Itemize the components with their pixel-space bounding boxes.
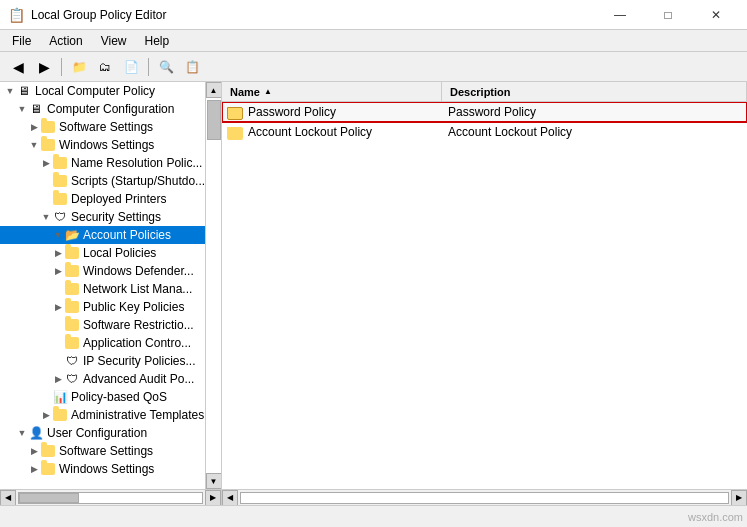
tree-label-root: Local Computer Policy — [35, 84, 155, 98]
tree-label-dp: Deployed Printers — [71, 192, 166, 206]
tree-hscroll-right[interactable]: ▶ — [205, 490, 221, 506]
forward-button[interactable]: ▶ — [32, 56, 56, 78]
app-icon: 📋 — [8, 7, 25, 23]
tree-hscroll-left[interactable]: ◀ — [0, 490, 16, 506]
tree-item-policy-qos[interactable]: 📊 Policy-based QoS — [0, 388, 205, 406]
menu-help[interactable]: Help — [137, 32, 178, 50]
col-name-label: Name — [230, 86, 260, 98]
shield-icon-aa: 🛡 — [64, 372, 80, 386]
folder-icon-lp — [64, 246, 80, 260]
right-hscroll-left[interactable]: ◀ — [222, 490, 238, 506]
expand-arrow-secsett: ▼ — [40, 212, 52, 222]
pc-icon: 🖥 — [16, 84, 32, 98]
tree-item-ip-security[interactable]: 🛡 IP Security Policies... — [0, 352, 205, 370]
close-button[interactable]: ✕ — [693, 5, 739, 25]
tree-item-name-resolution[interactable]: ▶ Name Resolution Polic... — [0, 154, 205, 172]
tree-label-ips: IP Security Policies... — [83, 354, 196, 368]
tree-scroll-track — [206, 98, 221, 473]
tree-item-local-policies[interactable]: ▶ Local Policies — [0, 244, 205, 262]
folder-icon-nr — [52, 156, 68, 170]
tree-item-app-control[interactable]: Application Contro... — [0, 334, 205, 352]
folder-icon-alp — [226, 126, 244, 139]
tree-item-security-settings[interactable]: ▼ 🛡 Security Settings — [0, 208, 205, 226]
tree-item-computer-config[interactable]: ▼ 🖥 Computer Configuration — [0, 100, 205, 118]
tree-scroll-down[interactable]: ▼ — [206, 473, 222, 489]
expand-arrow-nl — [52, 284, 64, 294]
tree-item-network-list[interactable]: Network List Mana... — [0, 280, 205, 298]
right-hscrollbar: ◀ ▶ — [222, 489, 747, 505]
folder-icon-pp — [226, 106, 244, 119]
list-row-password-policy[interactable]: Password Policy Password Policy — [222, 102, 747, 122]
col-header-desc[interactable]: Description — [442, 82, 747, 101]
expand-arrow-lp: ▶ — [52, 248, 64, 258]
find-button[interactable]: 🔍 — [154, 56, 178, 78]
row-name-alp: Account Lockout Policy — [248, 125, 448, 139]
minimize-button[interactable]: — — [597, 5, 643, 25]
shield-icon-ips: 🛡 — [64, 354, 80, 368]
view-button[interactable]: 📋 — [180, 56, 204, 78]
tree-scroll-up[interactable]: ▲ — [206, 82, 222, 98]
tree-item-scripts[interactable]: Scripts (Startup/Shutdo... — [0, 172, 205, 190]
list-row-account-lockout[interactable]: Account Lockout Policy Account Lockout P… — [222, 122, 747, 142]
tree-item-user-config[interactable]: ▼ 👤 User Configuration — [0, 424, 205, 442]
tree-label-at: Administrative Templates — [71, 408, 204, 422]
tree-item-windows-defender[interactable]: ▶ Windows Defender... — [0, 262, 205, 280]
back-button[interactable]: ◀ — [6, 56, 30, 78]
folder-button[interactable]: 🗂 — [93, 56, 117, 78]
maximize-button[interactable]: □ — [645, 5, 691, 25]
tree-panel: ▼ 🖥 Local Computer Policy ▼ 🖥 Computer C… — [0, 82, 222, 505]
row-desc-alp: Account Lockout Policy — [448, 125, 743, 139]
expand-arrow-us: ▶ — [28, 446, 40, 456]
tree-content: ▼ 🖥 Local Computer Policy ▼ 🖥 Computer C… — [0, 82, 205, 489]
col-header-name[interactable]: Name ▲ — [222, 82, 442, 101]
expand-arrow-aa: ▶ — [52, 374, 64, 384]
window-title: Local Group Policy Editor — [31, 8, 166, 22]
folder-icon-pk — [64, 300, 80, 314]
tree-label-uc: User Configuration — [47, 426, 147, 440]
row-desc-pp: Password Policy — [448, 105, 743, 119]
tree-item-local-computer-policy[interactable]: ▼ 🖥 Local Computer Policy — [0, 82, 205, 100]
tree-item-user-software[interactable]: ▶ Software Settings — [0, 442, 205, 460]
tree-scroll-thumb[interactable] — [207, 100, 221, 140]
folder-up-button[interactable]: 📁 — [67, 56, 91, 78]
tree-hscroll-thumb[interactable] — [19, 493, 79, 503]
expand-arrow-sr — [52, 320, 64, 330]
expand-arrow-ap: ▼ — [52, 230, 64, 240]
tree-hscrollbar: ◀ ▶ — [0, 489, 221, 505]
chart-icon-qos: 📊 — [52, 390, 68, 404]
right-hscroll-right[interactable]: ▶ — [731, 490, 747, 506]
expand-arrow-ac — [52, 338, 64, 348]
tree-item-software-restriction[interactable]: Software Restrictio... — [0, 316, 205, 334]
tree-label-qos: Policy-based QoS — [71, 390, 167, 404]
menu-action[interactable]: Action — [41, 32, 90, 50]
tree-label-lp: Local Policies — [83, 246, 156, 260]
tree-item-public-key[interactable]: ▶ Public Key Policies — [0, 298, 205, 316]
main-area: ▼ 🖥 Local Computer Policy ▼ 🖥 Computer C… — [0, 82, 747, 505]
tree-item-user-windows[interactable]: ▶ Windows Settings — [0, 460, 205, 478]
expand-arrow-uc: ▼ — [16, 428, 28, 438]
tree-item-admin-templates[interactable]: ▶ Administrative Templates — [0, 406, 205, 424]
folder-icon-dp — [52, 192, 68, 206]
folder-icon-nl — [64, 282, 80, 296]
folder-icon-us — [40, 444, 56, 458]
tree-item-advanced-audit[interactable]: ▶ 🛡 Advanced Audit Po... — [0, 370, 205, 388]
tree-wrapper: ▼ 🖥 Local Computer Policy ▼ 🖥 Computer C… — [0, 82, 221, 489]
tree-item-windows-settings[interactable]: ▼ Windows Settings — [0, 136, 205, 154]
tree-item-account-policies[interactable]: ▼ 📂 Account Policies — [0, 226, 205, 244]
menu-view[interactable]: View — [93, 32, 135, 50]
tree-label-pk: Public Key Policies — [83, 300, 184, 314]
toolbar-sep-2 — [148, 58, 149, 76]
title-bar-controls: — □ ✕ — [597, 5, 739, 25]
tree-label-ss: Software Settings — [59, 120, 153, 134]
tree-hscroll-track — [18, 492, 203, 504]
tree-item-software-settings[interactable]: ▶ Software Settings — [0, 118, 205, 136]
menu-bar: File Action View Help — [0, 30, 747, 52]
tree-label-wd: Windows Defender... — [83, 264, 194, 278]
list-column-headers: Name ▲ Description — [222, 82, 747, 102]
tree-label-ws: Windows Settings — [59, 138, 154, 152]
title-bar-left: 📋 Local Group Policy Editor — [8, 7, 166, 23]
menu-file[interactable]: File — [4, 32, 39, 50]
row-name-pp: Password Policy — [248, 105, 448, 119]
gpedit-button[interactable]: 📄 — [119, 56, 143, 78]
tree-item-deployed-printers[interactable]: Deployed Printers — [0, 190, 205, 208]
